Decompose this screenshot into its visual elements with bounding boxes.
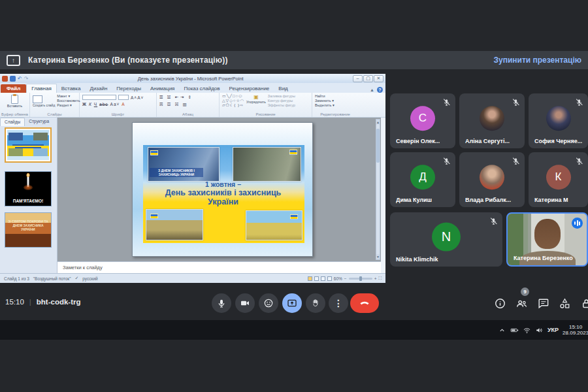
mic-button[interactable] [212, 293, 231, 313]
bold-button[interactable]: Ж [82, 102, 87, 106]
tray-clock[interactable]: 15:10 28.09.2023 [563, 324, 588, 336]
volume-icon[interactable] [535, 326, 544, 335]
shape-outline-button[interactable]: Контур фигуры [268, 99, 295, 103]
slide-thumbnail-1[interactable] [5, 127, 52, 163]
slide-title[interactable]: 1 жовтня – День захисників і захисниць У… [133, 180, 313, 206]
reactions-button[interactable] [259, 293, 278, 313]
reset-button[interactable]: Восстановить [57, 99, 80, 103]
new-slide-icon[interactable] [33, 95, 42, 103]
tray-chevron-icon[interactable] [498, 326, 506, 335]
italic-button[interactable]: К [89, 102, 92, 106]
close-button[interactable]: ✕ [374, 75, 384, 82]
participant-tile[interactable]: Аліна Сергуті... [459, 93, 525, 148]
spellcheck-icon[interactable]: ✓ [74, 276, 78, 281]
help-icon[interactable]: ? [377, 87, 383, 93]
new-slide-button[interactable]: Создать слайд [33, 103, 55, 108]
maximize-button[interactable]: ▢ [363, 75, 373, 82]
font-name-box[interactable] [82, 95, 116, 100]
select-button[interactable]: Выделить ▾ [315, 103, 355, 108]
arrange-button[interactable]: Упорядочить [246, 100, 266, 105]
indent-icons[interactable]: ⇤⇥ [175, 95, 186, 100]
zoom-in-icon[interactable]: + [374, 276, 377, 281]
line-spacing-icon[interactable]: ⇕ [188, 95, 193, 100]
shape-effects-button[interactable]: Эффекты фигур [268, 103, 295, 108]
camera-button[interactable] [235, 293, 255, 313]
font-size-box[interactable] [118, 95, 129, 100]
tab-design[interactable]: Дизайн [85, 84, 112, 93]
end-call-button[interactable] [350, 293, 379, 313]
participant-tile[interactable]: Влада Рибалк... [459, 152, 525, 207]
minimize-button[interactable]: – [353, 75, 363, 82]
slideshow-view-icon[interactable] [327, 276, 332, 281]
network-icon[interactable] [523, 326, 531, 335]
zoom-slider-thumb[interactable] [359, 276, 362, 281]
shapes-gallery[interactable]: ▭╲╱□○⬭△▽◇○☆◠▱⬠☾{ }⇨ [222, 94, 244, 108]
language-indicator[interactable]: УКР [547, 327, 559, 333]
participant-tile[interactable]: София Черняе... [529, 93, 588, 148]
pane-tab-outline[interactable]: Структура [25, 118, 53, 126]
scroll-up-arrow[interactable]: ▲ [376, 120, 380, 125]
slide-thumbnail-2[interactable]: ПАМ'ЯТАЄМО! [5, 171, 52, 206]
tab-slideshow[interactable]: Показ слайдов [179, 84, 224, 93]
underline-button[interactable]: Ч [94, 102, 97, 106]
case-button[interactable]: Aa˅ [110, 102, 120, 106]
battery-icon[interactable] [510, 326, 519, 335]
people-panel-icon[interactable] [515, 297, 528, 310]
host-controls-icon[interactable] [580, 297, 588, 310]
pane-tab-slides[interactable]: Слайды [0, 118, 25, 126]
sorter-view-icon[interactable] [314, 276, 319, 281]
tab-review[interactable]: Рецензирование [225, 84, 274, 93]
slide-photo-bottomright[interactable] [246, 210, 302, 240]
reading-view-icon[interactable] [321, 276, 325, 281]
stop-presentation-button[interactable]: Зупинити презентацію [493, 56, 581, 65]
zoom-out-icon[interactable]: − [344, 276, 347, 281]
align-left-icon[interactable]: ☴ [159, 102, 165, 107]
scrollbar-thumb[interactable] [376, 129, 380, 163]
tab-home[interactable]: Главная [26, 84, 56, 93]
participant-tile[interactable]: С Северін Олек... [390, 93, 455, 148]
quick-access-toolbar[interactable]: ↶ ↷ [2, 76, 28, 82]
slide-photo-topleft[interactable]: З ДНЕМ ЗАХИСНИКІВ І ЗАХИСНИЦЬ УКРАЇНИ [148, 147, 220, 182]
slide-photo-bottomleft[interactable] [146, 209, 203, 240]
fit-to-window-icon[interactable]: ⛶ [378, 276, 382, 281]
tab-transitions[interactable]: Переходы [112, 84, 146, 93]
strikethrough-button[interactable]: abc [99, 102, 108, 106]
undo-icon[interactable]: ↶ [18, 76, 22, 82]
zoom-slider[interactable] [349, 278, 372, 280]
powerpoint-titlebar[interactable]: ↶ ↷ День захисників України - Microsoft … [0, 74, 385, 83]
tab-insert[interactable]: Вставка [57, 84, 86, 93]
section-button[interactable]: Раздел ▾ [57, 103, 80, 108]
replace-button[interactable]: Заменить ▾ [315, 99, 355, 103]
align-right-icon[interactable]: ☵ [175, 102, 181, 107]
normal-view-icon[interactable] [308, 276, 312, 281]
columns-icon[interactable]: ▥ [182, 102, 188, 107]
meeting-details-icon[interactable] [494, 297, 506, 310]
redo-icon[interactable]: ↷ [24, 76, 29, 82]
notes-pane[interactable]: Заметки к слайду [57, 261, 381, 273]
raise-hand-button[interactable] [306, 293, 325, 313]
shape-fill-button[interactable]: Заливка фигуры [268, 94, 295, 99]
language-indicator[interactable]: русский [82, 276, 97, 281]
find-button[interactable]: Найти [315, 94, 355, 99]
paste-button[interactable]: Вставить [3, 104, 27, 108]
paste-icon[interactable] [11, 95, 18, 104]
participant-tile[interactable]: К Катерина М [529, 152, 588, 207]
tab-view[interactable]: Вид [274, 84, 292, 93]
participant-tile[interactable]: Д Дима Кулиш [390, 152, 455, 207]
tab-animations[interactable]: Анимация [146, 84, 180, 93]
bullet-list-icon[interactable]: ☰ [159, 95, 165, 100]
more-options-button[interactable]: ⋮ [329, 293, 348, 313]
slide-photo-topright[interactable] [233, 147, 301, 182]
save-icon[interactable] [10, 76, 16, 82]
tab-file[interactable]: Файл [1, 84, 26, 93]
slide-canvas[interactable]: З ДНЕМ ЗАХИСНИКІВ І ЗАХИСНИЦЬ УКРАЇНИ 1 … [132, 122, 313, 257]
collapse-ribbon-icon[interactable]: ▲ [370, 88, 374, 92]
activities-icon[interactable] [559, 297, 571, 310]
participant-tile-self-video[interactable]: Катерина Березенко [506, 212, 588, 267]
align-center-icon[interactable]: ☲ [167, 102, 173, 107]
scroll-down-arrow[interactable]: ▼ [376, 254, 380, 259]
present-button-active[interactable] [282, 293, 302, 313]
font-color-button[interactable]: A [122, 102, 125, 106]
chat-panel-icon[interactable] [537, 297, 549, 310]
layout-button[interactable]: Макет ▾ [57, 94, 80, 99]
